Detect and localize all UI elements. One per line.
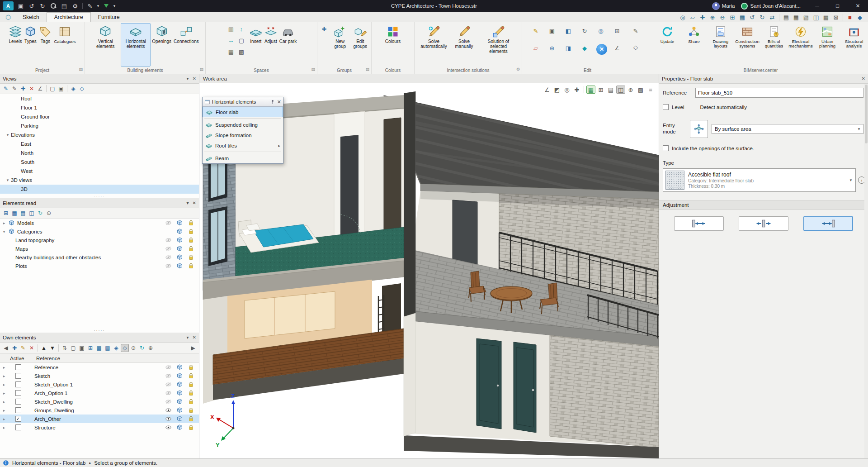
bim-object-icon[interactable] <box>175 398 184 405</box>
scene-list-icon[interactable]: ≡ <box>646 86 655 94</box>
adjust-centre-button[interactable] <box>739 216 788 231</box>
layers-table-icon[interactable]: ▤ <box>606 86 615 94</box>
own-row-sketch-dwelling[interactable]: ▸Sketch_Dwelling <box>0 397 199 406</box>
elements-read-row-models[interactable]: ▸Models <box>0 219 199 227</box>
space-box-icon[interactable]: ▢ <box>237 36 246 44</box>
close-properties-icon[interactable]: ✕ <box>862 76 865 81</box>
entry-mode-icon-button[interactable] <box>690 120 708 138</box>
filter-dropdown-icon[interactable]: ▾ <box>112 1 117 11</box>
isolate-icon[interactable]: ◈ <box>112 344 120 352</box>
own-row-groups-dwelling[interactable]: ▸Groups_Dwelling <box>0 406 199 415</box>
tab-architecture[interactable]: Architecture <box>47 12 91 22</box>
delete-view-icon[interactable]: ✕ <box>28 85 36 93</box>
move-down-icon[interactable]: ▼ <box>48 344 57 352</box>
texture-view-icon[interactable]: ▩ <box>636 86 645 94</box>
adjust-space-button[interactable]: Adjust <box>264 23 278 67</box>
lock-icon[interactable] <box>186 262 195 270</box>
visibility-icon[interactable] <box>164 219 173 227</box>
share-button[interactable]: Share <box>681 23 707 67</box>
visibility-icon[interactable] <box>164 245 173 253</box>
edit-view-icon[interactable]: ✎ <box>10 85 19 93</box>
new-view-icon[interactable]: ✎ <box>2 85 10 93</box>
solve-automatically-button[interactable]: Solve automatically <box>419 23 449 67</box>
level-tool-icon[interactable]: ∠ <box>36 85 44 93</box>
close-elements-read-icon[interactable]: ✕ <box>193 200 196 205</box>
measure-angle-icon[interactable]: ∠ <box>542 86 552 94</box>
reference-style-icon[interactable]: ◆ <box>855 13 864 21</box>
bim-object-icon[interactable] <box>175 424 184 431</box>
elements-read-row-plots[interactable]: Plots <box>0 262 199 270</box>
bim-object-icon[interactable] <box>175 245 184 253</box>
lock-icon[interactable] <box>186 398 195 405</box>
visibility-icon[interactable] <box>164 372 173 380</box>
active-checkbox[interactable] <box>15 424 21 430</box>
mirror-left-icon[interactable]: ◧ <box>564 27 573 35</box>
zoom-window-icon[interactable]: ◎ <box>678 13 687 21</box>
elements-read-row-nearby-buildings[interactable]: Nearby buildings and other obstacles <box>0 253 199 262</box>
menu-item-suspended-ceiling[interactable]: Suspended ceiling <box>203 119 283 130</box>
app-hex-icon[interactable]: ⬡ <box>4 13 13 21</box>
properties-scrollbar[interactable] <box>864 84 868 458</box>
view-item-3d[interactable]: 3D <box>0 185 199 194</box>
lock-icon[interactable] <box>186 415 195 423</box>
match-properties-icon[interactable]: ◆ <box>580 44 589 52</box>
bim-object-icon[interactable] <box>175 237 184 244</box>
add-element-icon[interactable]: ✚ <box>10 344 19 352</box>
view-item-parking[interactable]: Parking <box>0 121 199 130</box>
edit-diamond-icon[interactable]: ◇ <box>631 43 640 51</box>
view-item-ground-floor[interactable]: Ground floor <box>0 112 199 121</box>
snap-table-icon[interactable]: ▤ <box>782 13 791 21</box>
own-row-structure[interactable]: ▸Structure <box>0 423 199 432</box>
visibility-icon[interactable] <box>164 390 173 397</box>
close-views-icon[interactable]: ✕ <box>193 76 196 81</box>
view-redo-icon[interactable]: ↻ <box>758 13 767 21</box>
vertical-elements-button[interactable]: Vertical elements <box>90 23 120 67</box>
bim-object-icon[interactable] <box>175 381 184 388</box>
group-options-icon[interactable]: ▤ <box>365 67 369 71</box>
bim-object-icon[interactable] <box>175 219 184 227</box>
active-checkbox[interactable] <box>15 373 21 379</box>
rotate-icon[interactable]: ↻ <box>580 27 589 35</box>
edit-element-icon[interactable]: ✎ <box>19 344 27 352</box>
own-row-arch-option-1[interactable]: ▸Arch_Option 1 <box>0 389 199 397</box>
move-up-icon[interactable]: ▲ <box>40 344 48 352</box>
snap-panes-icon[interactable]: ◫ <box>811 13 821 21</box>
zoom-icon[interactable] <box>48 1 59 11</box>
own-row-arch-other[interactable]: ▸Arch_Other <box>0 415 199 423</box>
adjust-upper-face-button[interactable] <box>674 216 724 231</box>
bim-object-icon[interactable] <box>175 364 184 371</box>
eraser-icon[interactable]: ▱ <box>531 44 540 52</box>
collapse-views-icon[interactable]: ▾ <box>187 76 189 81</box>
space-flip-v-icon[interactable]: ↕ <box>237 25 246 33</box>
bills-of-quantities-button[interactable]: Bills of quantities <box>761 23 787 67</box>
view-undo-icon[interactable]: ↺ <box>748 13 757 21</box>
visibility-icon[interactable] <box>164 407 173 414</box>
visibility-icon[interactable] <box>164 364 173 371</box>
collapse-all-icon[interactable]: ▦ <box>10 209 19 217</box>
view-item-roof[interactable]: Roof <box>0 94 199 103</box>
construction-systems-button[interactable]: Construction systems <box>734 23 760 67</box>
electrical-mechanisms-button[interactable]: Electrical mechanisms <box>788 23 814 67</box>
sort-icon[interactable]: ⇅ <box>61 344 69 352</box>
lock-icon[interactable] <box>186 424 195 431</box>
bim-object-icon[interactable] <box>175 407 184 414</box>
bim-object-icon[interactable] <box>175 390 184 397</box>
target-element-icon[interactable]: ⊙ <box>129 344 137 352</box>
bim-object-icon[interactable] <box>175 372 184 380</box>
adjust-lower-face-button[interactable] <box>803 216 853 231</box>
visibility-icon[interactable] <box>164 254 173 261</box>
view-3d-icon[interactable]: ◈ <box>69 85 77 93</box>
tags-button[interactable]: Tags <box>38 23 52 67</box>
edit-pencil-icon[interactable]: ✎ <box>531 27 540 35</box>
group-options-icon[interactable]: ▤ <box>199 67 203 71</box>
active-checkbox[interactable] <box>15 364 21 370</box>
connections-button[interactable]: Connections <box>173 23 200 67</box>
view-item-floor1[interactable]: Floor 1 <box>0 103 199 112</box>
locate-icon[interactable]: ⊕ <box>146 344 155 352</box>
refresh-elements-icon[interactable]: ↻ <box>36 209 44 217</box>
insert-space-button[interactable]: Insert <box>249 23 263 67</box>
lock-icon[interactable] <box>186 254 195 261</box>
dimension-style-icon[interactable]: ■ <box>845 13 854 21</box>
active-checkbox[interactable] <box>15 390 21 396</box>
space-array-icon[interactable]: ▩ <box>237 48 246 56</box>
